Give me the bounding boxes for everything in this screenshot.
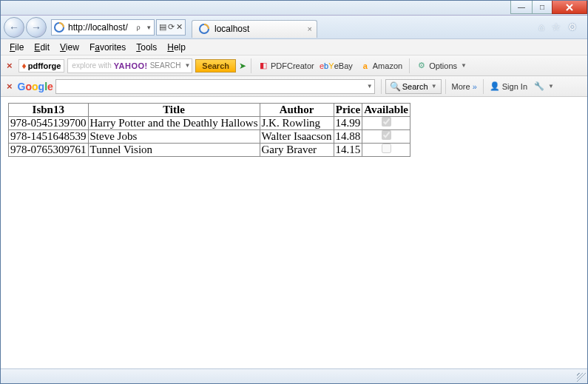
table-row: 978-1451648539Steve JobsWalter Isaacson1… — [9, 130, 410, 144]
separator — [251, 58, 251, 73]
google-toolbar: × Google Google ▼ 🔍 Search ▼ More » 👤 Si… — [1, 76, 587, 97]
amazon-label: Amazon — [373, 61, 402, 70]
title-bar: — □ — [1, 1, 587, 16]
person-icon: 👤 — [490, 81, 500, 91]
cell-price: 14.15 — [334, 144, 362, 157]
search-arrow-icon[interactable]: ➤ — [239, 61, 246, 71]
amazon-icon: a — [360, 61, 371, 71]
more-icon: » — [473, 82, 477, 91]
separator — [409, 58, 410, 73]
signin-label: Sign In — [502, 82, 527, 91]
refresh-button[interactable]: ⟳ — [168, 22, 175, 32]
options-dropdown-icon: ▼ — [461, 62, 467, 69]
more-link[interactable]: More » — [450, 82, 479, 91]
maximize-button[interactable]: □ — [532, 0, 552, 14]
cell-available — [362, 144, 410, 157]
chevron-down-icon: ▼ — [548, 83, 554, 90]
separator — [483, 79, 484, 94]
google-logo[interactable]: Google Google — [18, 81, 53, 92]
cell-author: J.K. Rowling — [260, 117, 334, 130]
close-window-button[interactable] — [552, 0, 587, 14]
col-available: Available — [362, 104, 410, 117]
cell-isbn: 978-1451648539 — [9, 130, 89, 144]
gear-icon: ⚙ — [416, 61, 427, 71]
more-label: More — [452, 82, 470, 91]
forward-button[interactable]: → — [26, 17, 47, 38]
ie-icon — [53, 21, 65, 33]
status-bar — [1, 368, 587, 383]
command-icons: ⌂ ☆ ⚙ — [538, 21, 584, 33]
pdfcreator-link[interactable]: ◧ PDFCreator — [256, 61, 317, 71]
address-dropdown-icon[interactable]: ▾ — [143, 24, 154, 31]
cell-available — [362, 117, 410, 130]
toolbar-close-icon[interactable]: × — [4, 60, 16, 71]
menu-tools[interactable]: ToolsTools — [132, 41, 161, 54]
amazon-link[interactable]: a Amazon — [358, 61, 405, 71]
search-button[interactable]: Search — [195, 59, 236, 73]
cell-available — [362, 130, 410, 144]
cell-author: Gary Braver — [260, 144, 334, 157]
tab-localhost[interactable]: localhost × — [192, 20, 317, 38]
nav-bar: ← → ρ ▾ ▤ ⟳ ✕ localhost × ⌂ ☆ ⚙ — [1, 16, 587, 39]
col-title: Title — [88, 104, 260, 117]
google-search-input[interactable] — [55, 79, 375, 94]
cell-title: Tunnel Vision — [88, 144, 260, 157]
cell-author: Walter Isaacson — [260, 130, 334, 144]
compat-icon[interactable]: ▤ — [159, 22, 166, 32]
separator — [381, 79, 382, 94]
resize-grip[interactable] — [577, 373, 586, 382]
options-link[interactable]: ⚙ Options ▼ — [414, 61, 469, 71]
pdf-icon: ◧ — [258, 61, 268, 71]
col-price: Price — [334, 104, 362, 117]
tab-title: localhost — [214, 24, 249, 34]
stop-button[interactable]: ✕ — [176, 22, 183, 32]
pdfforge-logo[interactable]: ♦ pdfforge — [18, 59, 65, 73]
search-dropdown-icon[interactable]: ρ — [133, 24, 143, 31]
available-checkbox — [382, 130, 391, 140]
options-label: Options — [429, 61, 457, 70]
menu-view[interactable]: ViewView — [55, 41, 84, 54]
menu-help[interactable]: HelpHelp — [163, 41, 190, 54]
yahoo-logo: YAHOO! — [114, 61, 148, 70]
menu-edit[interactable]: EditEdit — [30, 41, 54, 54]
refresh-stop-box: ▤ ⟳ ✕ — [156, 19, 186, 36]
back-button[interactable]: ← — [4, 17, 24, 38]
wrench-icon: 🔧 — [534, 81, 544, 91]
separator — [445, 79, 446, 94]
ebay-link[interactable]: ebY eBay — [320, 61, 355, 71]
google-input-dropdown-icon[interactable]: ▼ — [367, 83, 373, 90]
yahoo-search-label: SEARCH — [148, 61, 183, 70]
pdfforge-toolbar: × ♦ pdfforge explore with YAHOO! SEARCH … — [1, 55, 587, 76]
pdfforge-label: pdfforge — [28, 61, 61, 70]
minimize-button[interactable]: — — [510, 0, 533, 14]
window-buttons: — □ — [511, 0, 587, 14]
yahoo-search-box[interactable]: explore with YAHOO! SEARCH ▼ — [67, 58, 192, 73]
menu-file[interactable]: FFileile — [5, 41, 28, 54]
page-content: Isbn13 Title Author Price Available 978-… — [1, 97, 587, 163]
magnifier-icon: 🔍 — [390, 81, 401, 92]
pdfcreator-label: PDFCreator — [271, 61, 314, 70]
address-bar[interactable]: ρ ▾ — [51, 19, 155, 36]
menu-favorites[interactable]: FavoritesFavorites — [85, 41, 130, 54]
favorites-icon[interactable]: ☆ — [552, 21, 561, 33]
toolbar-close-icon[interactable]: × — [4, 81, 16, 92]
tab-close-icon[interactable]: × — [308, 24, 312, 33]
cell-isbn: 978-0765309761 — [9, 144, 89, 157]
home-icon[interactable]: ⌂ — [538, 21, 544, 33]
cell-price: 14.99 — [334, 117, 362, 130]
table-row: 978-0765309761Tunnel VisionGary Braver14… — [9, 144, 410, 157]
yahoo-dropdown-icon[interactable]: ▼ — [184, 62, 190, 69]
wrench-button[interactable]: 🔧 ▼ — [532, 81, 556, 91]
google-search-label: Search — [402, 82, 428, 91]
available-checkbox — [382, 117, 391, 127]
chevron-down-icon: ▼ — [431, 83, 437, 90]
cell-title: Steve Jobs — [88, 130, 260, 144]
table-header-row: Isbn13 Title Author Price Available — [9, 104, 410, 117]
col-isbn: Isbn13 — [9, 104, 89, 117]
url-input[interactable] — [67, 22, 133, 33]
google-search-button[interactable]: 🔍 Search ▼ — [385, 79, 442, 94]
ebay-label: eBay — [334, 61, 353, 70]
ie-icon — [198, 23, 210, 35]
tools-icon[interactable]: ⚙ — [568, 21, 577, 33]
signin-link[interactable]: 👤 Sign In — [487, 81, 530, 91]
